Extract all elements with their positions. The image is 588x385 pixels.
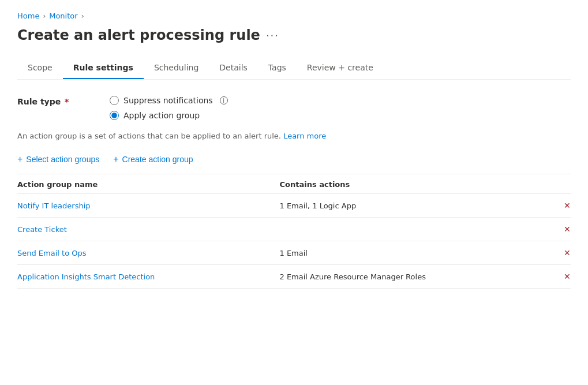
tab-bar: Scope Rule settings Scheduling Details T… bbox=[17, 57, 571, 80]
table-row: Notify IT leadership 1 Email, 1 Logic Ap… bbox=[17, 194, 571, 218]
row-1-name-link[interactable]: Notify IT leadership bbox=[17, 201, 91, 210]
row-2-remove-icon: ✕ bbox=[564, 225, 571, 234]
row-2-name-link[interactable]: Create Ticket bbox=[17, 225, 67, 234]
table-row: Send Email to Ops 1 Email ✕ bbox=[17, 241, 571, 265]
create-action-group-button[interactable]: + Create action group bbox=[113, 154, 193, 165]
breadcrumb-home[interactable]: Home bbox=[17, 12, 39, 20]
rule-type-apply-action-option[interactable]: Apply action group bbox=[110, 111, 228, 120]
row-1-remove-icon: ✕ bbox=[564, 201, 571, 210]
rule-type-section: Rule type * Suppress notifications i App… bbox=[17, 96, 571, 120]
row-4-name-link[interactable]: Application Insights Smart Detection bbox=[17, 272, 155, 281]
row-3-remove-icon: ✕ bbox=[564, 248, 571, 257]
row-4-remove-icon: ✕ bbox=[564, 272, 571, 281]
tab-scheduling[interactable]: Scheduling bbox=[144, 57, 209, 79]
rule-type-label: Rule type * bbox=[17, 96, 110, 106]
description-text: An action group is a set of actions that… bbox=[17, 132, 281, 140]
row-2-name: Create Ticket bbox=[17, 225, 280, 234]
row-2-remove-button[interactable]: ✕ bbox=[542, 225, 571, 234]
col-header-remove bbox=[542, 180, 571, 189]
table-header-row: Action group name Contains actions bbox=[17, 174, 571, 194]
apply-action-group-radio[interactable] bbox=[110, 111, 119, 120]
row-4-actions: 2 Email Azure Resource Manager Roles bbox=[280, 272, 542, 281]
learn-more-link[interactable]: Learn more bbox=[283, 132, 326, 140]
select-action-groups-label: Select action groups bbox=[26, 155, 99, 164]
select-plus-icon: + bbox=[17, 154, 23, 165]
col-header-action-group-name: Action group name bbox=[17, 180, 280, 189]
row-1-name: Notify IT leadership bbox=[17, 201, 280, 210]
select-action-groups-button[interactable]: + Select action groups bbox=[17, 154, 99, 165]
suppress-label[interactable]: Suppress notifications bbox=[123, 96, 213, 105]
breadcrumb-sep-2: › bbox=[81, 12, 84, 20]
tab-rule-settings[interactable]: Rule settings bbox=[63, 57, 144, 79]
row-1-remove-button[interactable]: ✕ bbox=[542, 201, 571, 210]
required-indicator: * bbox=[62, 97, 69, 106]
table-row: Application Insights Smart Detection 2 E… bbox=[17, 265, 571, 289]
description-section: An action group is a set of actions that… bbox=[17, 132, 571, 140]
create-action-group-label: Create action group bbox=[122, 155, 193, 164]
row-4-remove-button[interactable]: ✕ bbox=[542, 272, 571, 281]
row-3-name-link[interactable]: Send Email to Ops bbox=[17, 249, 87, 257]
tab-tags[interactable]: Tags bbox=[258, 57, 297, 79]
create-plus-icon: + bbox=[113, 154, 118, 165]
page-title-container: Create an alert processing rule ··· bbox=[17, 27, 571, 43]
action-buttons-row: + Select action groups + Create action g… bbox=[17, 154, 571, 165]
breadcrumb-monitor[interactable]: Monitor bbox=[49, 12, 77, 20]
suppress-info-icon[interactable]: i bbox=[220, 96, 228, 104]
row-3-remove-button[interactable]: ✕ bbox=[542, 248, 571, 257]
page-title-menu[interactable]: ··· bbox=[266, 29, 279, 42]
table-row: Create Ticket ✕ bbox=[17, 218, 571, 241]
row-4-name: Application Insights Smart Detection bbox=[17, 272, 280, 281]
tab-scope[interactable]: Scope bbox=[17, 57, 63, 79]
rule-type-options: Suppress notifications i Apply action gr… bbox=[110, 96, 228, 120]
col-header-contains-actions: Contains actions bbox=[280, 180, 542, 189]
suppress-radio[interactable] bbox=[110, 96, 119, 105]
tab-review-create[interactable]: Review + create bbox=[297, 57, 384, 79]
action-groups-table: Action group name Contains actions Notif… bbox=[17, 174, 571, 289]
apply-action-group-label[interactable]: Apply action group bbox=[123, 111, 200, 120]
row-3-actions: 1 Email bbox=[280, 249, 542, 257]
row-1-actions: 1 Email, 1 Logic App bbox=[280, 201, 542, 210]
row-3-name: Send Email to Ops bbox=[17, 249, 280, 257]
breadcrumb: Home › Monitor › bbox=[17, 12, 571, 20]
page-title: Create an alert processing rule bbox=[17, 27, 260, 43]
tab-details[interactable]: Details bbox=[209, 57, 258, 79]
rule-type-suppress-option[interactable]: Suppress notifications i bbox=[110, 96, 228, 105]
breadcrumb-sep-1: › bbox=[43, 12, 46, 20]
